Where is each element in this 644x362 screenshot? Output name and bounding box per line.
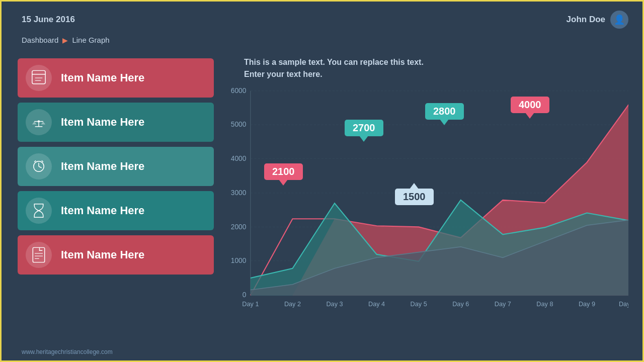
svg-text:4000: 4000 — [231, 154, 247, 162]
svg-text:Day 6: Day 6 — [452, 300, 469, 308]
svg-text:1000: 1000 — [231, 256, 247, 264]
sidebar-icon-3 — [26, 153, 52, 179]
sidebar-label-3: Item Name Here — [61, 160, 144, 173]
breadcrumb-current: Line Graph — [72, 36, 109, 44]
sidebar: Item Name HereItem Name HereItem Name He… — [18, 56, 214, 350]
main-content: Item Name HereItem Name HereItem Name He… — [2, 51, 642, 355]
svg-text:Day 7: Day 7 — [495, 300, 511, 308]
callout-2100: 2100 — [264, 163, 303, 180]
header-user: John Doe 👤 — [567, 11, 628, 29]
svg-line-12 — [42, 160, 43, 162]
breadcrumb: Dashboard ▶ Line Graph — [2, 33, 642, 51]
sidebar-item-5[interactable]: Item Name Here — [18, 235, 214, 275]
svg-line-11 — [34, 160, 36, 162]
sidebar-icon-4 — [26, 198, 52, 224]
sidebar-item-3[interactable]: Item Name Here — [18, 147, 214, 186]
username: John Doe — [567, 15, 605, 25]
sidebar-icon-5 — [26, 242, 52, 268]
breadcrumb-home[interactable]: Dashboard — [22, 36, 58, 44]
svg-text:2000: 2000 — [231, 223, 247, 231]
callout-1500: 1500 — [395, 189, 434, 205]
footer-url: www.heritagechristiancollege.com — [22, 348, 113, 355]
sidebar-label-1: Item Name Here — [61, 71, 144, 84]
callout-2700: 2700 — [345, 120, 383, 136]
svg-text:5000: 5000 — [231, 120, 247, 128]
svg-line-10 — [39, 166, 42, 168]
svg-text:Day 5: Day 5 — [411, 300, 427, 308]
svg-rect-13 — [33, 247, 44, 262]
breadcrumb-arrow: ▶ — [62, 36, 68, 44]
header-date: 15 June 2016 — [22, 15, 75, 25]
svg-rect-0 — [32, 70, 45, 83]
chart-description: This is a sample text. You can replace t… — [244, 56, 628, 80]
sidebar-label-2: Item Name Here — [61, 116, 144, 129]
svg-text:Day 2: Day 2 — [284, 300, 301, 308]
sidebar-item-4[interactable]: Item Name Here — [18, 191, 214, 230]
sidebar-item-2[interactable]: Item Name Here — [18, 103, 214, 142]
svg-text:Day 10: Day 10 — [619, 300, 628, 308]
chart-container: 6000 5000 4000 3000 2000 1000 0 — [224, 85, 628, 317]
svg-text:Day 1: Day 1 — [242, 300, 259, 308]
sidebar-item-1[interactable]: Item Name Here — [18, 58, 214, 98]
callout-4000: 4000 — [511, 97, 549, 113]
avatar: 👤 — [610, 11, 628, 29]
svg-text:3000: 3000 — [231, 189, 247, 197]
svg-text:Day 4: Day 4 — [368, 300, 385, 308]
chart-desc-line1: This is a sample text. You can replace t… — [244, 56, 628, 68]
chart-desc-line2: Enter your text here. — [244, 68, 628, 80]
svg-text:Day 8: Day 8 — [536, 300, 553, 308]
sidebar-icon-2 — [26, 109, 52, 135]
header: 15 June 2016 John Doe 👤 — [2, 2, 642, 33]
callout-2800: 2800 — [425, 103, 464, 120]
sidebar-label-5: Item Name Here — [61, 248, 144, 261]
sidebar-label-4: Item Name Here — [61, 204, 144, 217]
footer: www.heritagechristiancollege.com — [22, 348, 113, 355]
sidebar-icon-1 — [26, 65, 52, 91]
svg-text:Day 9: Day 9 — [579, 300, 595, 308]
svg-text:0: 0 — [243, 291, 247, 299]
svg-text:Day 3: Day 3 — [326, 300, 343, 308]
svg-text:6000: 6000 — [231, 86, 247, 95]
chart-area: This is a sample text. You can replace t… — [224, 56, 628, 350]
